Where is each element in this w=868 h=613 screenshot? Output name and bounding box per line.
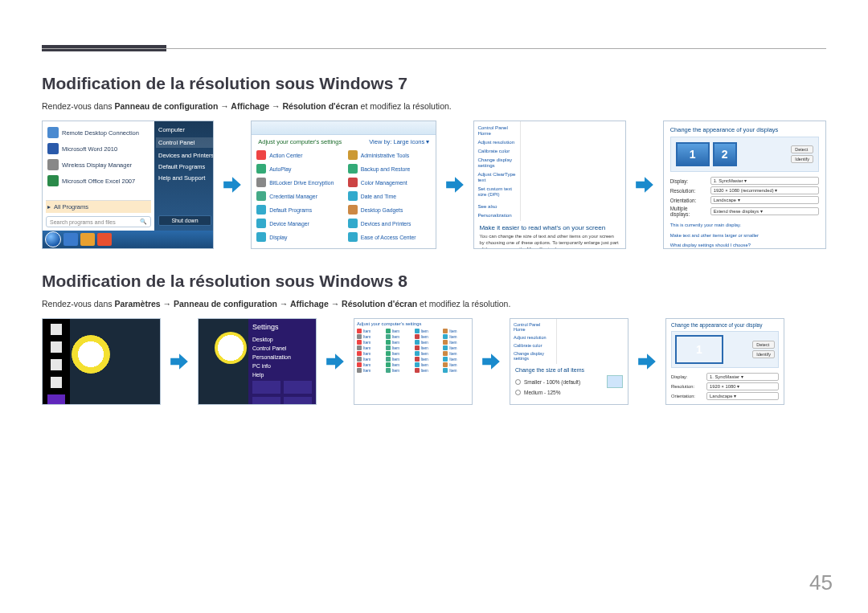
- start-right-item: Control Panel: [156, 137, 214, 148]
- cp-item: Item: [415, 368, 441, 373]
- settings-tile: [252, 381, 280, 394]
- cp-item: Default Programs: [256, 203, 340, 216]
- cp-item: Item: [443, 351, 469, 356]
- sidebar-link: See also: [477, 203, 517, 209]
- taskbar-icon: [80, 233, 95, 246]
- start-item: Microsoft Office Excel 2007: [46, 173, 151, 189]
- settings-pane: Settings Desktop Control Panel Personali…: [248, 319, 316, 405]
- cp-item: Administrative Tools: [348, 149, 432, 161]
- cp-item: Item: [357, 334, 383, 339]
- cp-item: Ease of Access Center: [348, 231, 432, 243]
- cp-item: AutoPlay: [256, 162, 340, 175]
- arrow-icon: [222, 174, 243, 195]
- cp-item: Item: [415, 351, 441, 356]
- cp-item: Item: [443, 329, 469, 333]
- resolution-row: Multiple displays:Extend these displays …: [670, 206, 819, 217]
- search-charm-icon: [51, 324, 62, 335]
- start-charm-icon: [51, 359, 62, 370]
- resolution-row: Display:1. SyncMaster ▾: [671, 373, 779, 381]
- monitor-2-icon: 2: [713, 142, 737, 166]
- header-rule: [42, 48, 826, 49]
- resolution-row: Display:1. SyncMaster ▾: [670, 177, 819, 185]
- arrow-icon: [481, 351, 502, 372]
- start-item: Wireless Display Manager: [46, 157, 151, 173]
- cp-item: Item: [386, 329, 412, 333]
- arrow-icon: [634, 174, 655, 195]
- cp-item: Item: [443, 340, 469, 345]
- display-title: Make it easier to read what's on your sc…: [479, 224, 620, 231]
- cp-item: Item: [415, 362, 441, 367]
- cp-item: Action Center: [256, 149, 340, 161]
- display-option: Smaller - 100% (default): [515, 375, 623, 388]
- cp-item: Item: [415, 334, 441, 339]
- cp-item: Item: [386, 340, 412, 345]
- resolution-title: Change the appearance of your displays: [670, 126, 819, 133]
- settings-item: PC info: [252, 363, 312, 369]
- cp-item: Item: [386, 334, 412, 339]
- cp-item: Display: [256, 231, 340, 243]
- cp-item: Item: [386, 345, 412, 350]
- start-item: Remote Desktop Connection: [46, 125, 151, 141]
- wallpaper-flower-icon: [72, 335, 110, 374]
- cp-item: Item: [443, 334, 469, 339]
- cp-item: Item: [357, 340, 383, 345]
- cp-heading: Adjust your computer's settings: [357, 321, 469, 326]
- win8-display-panel-shot: Control Panel HomeAdjust resolutionCalib…: [510, 318, 628, 405]
- section-title-win8: Modification de la résolution sous Windo…: [42, 272, 826, 291]
- settings-item: Personalization: [252, 354, 312, 360]
- start-orb-icon: [45, 231, 61, 247]
- sidebar-link: Control Panel Home: [514, 322, 553, 332]
- monitor-preview: 1 Detect Identify: [671, 331, 779, 368]
- detect-button: Detect: [791, 145, 813, 153]
- cp-item: Item: [415, 329, 441, 333]
- win7-resolution-panel-shot: Change the appearance of your displays 1…: [663, 121, 826, 249]
- win8-resolution-panel-shot: Change the appearance of your display 1 …: [665, 318, 784, 405]
- win7-display-panel-shot: Control Panel HomeAdjust resolutionCalib…: [473, 121, 625, 249]
- start-right-item: Devices and Printers: [158, 152, 211, 159]
- instruction-win7: Rendez-vous dans Panneau de configuratio…: [42, 101, 826, 111]
- settings-item: Control Panel: [252, 345, 312, 351]
- sidebar-link: Adjust resolution: [514, 335, 553, 340]
- identify-button: Identify: [752, 350, 775, 358]
- arrow-icon: [325, 351, 346, 372]
- cp-item: Item: [357, 329, 383, 333]
- section-title-win7: Modification de la résolution sous Windo…: [42, 74, 826, 93]
- cp-item: Item: [357, 362, 383, 367]
- resolution-row: Orientation:Landscape ▾: [670, 196, 819, 204]
- settings-item: Desktop: [252, 337, 312, 342]
- cp-item: Item: [386, 351, 412, 356]
- devices-charm-icon: [51, 377, 62, 388]
- arrow-icon: [169, 351, 190, 372]
- main-display-note: This is currently your main display.: [670, 222, 819, 229]
- cp-item: Item: [443, 345, 469, 350]
- display-desc: You can change the size of text and othe…: [479, 234, 620, 249]
- sidebar-link: Calibrate color: [514, 343, 553, 348]
- taskbar: [43, 318, 160, 319]
- cp-item: Credential Manager: [256, 190, 340, 202]
- cp-item: Item: [386, 362, 412, 367]
- sidebar-link: Control Panel Home: [477, 125, 517, 136]
- sidebar-link: Change display settings: [477, 157, 517, 168]
- sidebar-link: Change display settings: [514, 351, 553, 361]
- cp-item: Date and Time: [348, 190, 432, 202]
- charms-bar: [43, 319, 70, 405]
- settings-header: Settings: [252, 323, 312, 331]
- search-input: Search programs and files🔍: [46, 216, 151, 227]
- wallpaper-flower-icon: [215, 332, 247, 364]
- sidebar-link: Adjust ClearType text: [477, 171, 517, 182]
- cp-item: Item: [357, 357, 383, 362]
- cp-item: Item: [415, 340, 441, 345]
- cp-item: BitLocker Drive Encryption: [256, 176, 340, 189]
- win7-steps-row: Remote Desktop Connection Microsoft Word…: [42, 121, 826, 249]
- cp-item: Item: [357, 368, 383, 373]
- cp-item: Item: [357, 345, 383, 350]
- page-number: 45: [809, 570, 833, 595]
- taskbar: [199, 318, 316, 319]
- taskbar: [43, 231, 213, 248]
- settings-tile: [284, 397, 312, 405]
- sidebar-link: Calibrate color: [477, 148, 517, 153]
- win8-settings-shot: Settings Desktop Control Panel Personali…: [198, 318, 317, 405]
- cp-item: Item: [357, 351, 383, 356]
- resolution-row: Resolution:1920 × 1080 ▾: [671, 382, 779, 390]
- cp-viewby: View by: Large icons ▾: [369, 138, 429, 145]
